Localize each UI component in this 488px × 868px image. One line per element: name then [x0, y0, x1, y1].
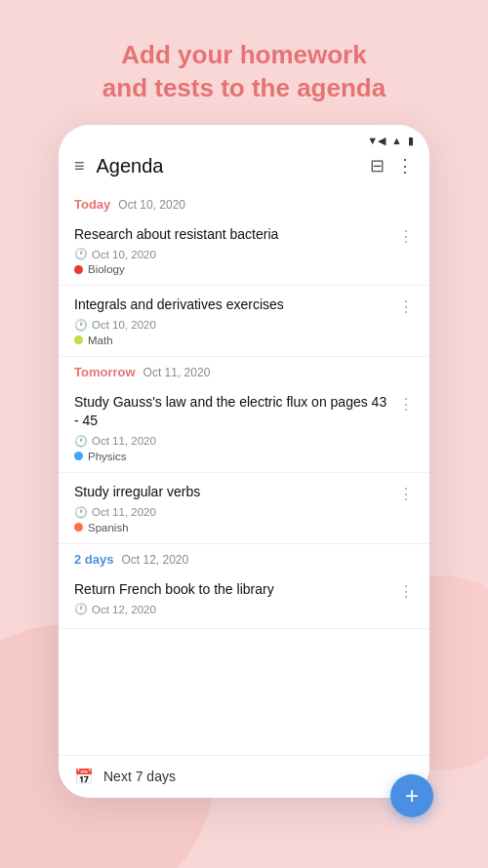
app-header-left: ≡ Agenda: [74, 155, 163, 178]
task-item: Study Gauss's law and the electric flux …: [59, 383, 429, 473]
subject-dot: [74, 452, 83, 460]
clock-icon: 🕐: [74, 248, 88, 260]
task-content: Return French book to the library 🕐 Oct …: [74, 580, 398, 619]
task-more-icon[interactable]: ⋮: [398, 582, 414, 601]
clock-icon: 🕐: [74, 603, 88, 615]
section-2days-label: 2 days: [74, 552, 113, 567]
page-header: Add your homework and tests to the agend…: [73, 0, 415, 125]
task-item: Research about resistant bacteria 🕐 Oct …: [59, 216, 429, 287]
menu-icon[interactable]: ≡: [74, 156, 85, 177]
task-item: Integrals and derivatives exercises 🕐 Oc…: [59, 286, 429, 357]
subject-dot: [74, 523, 83, 532]
task-title: Study Gauss's law and the electric flux …: [74, 393, 390, 431]
more-options-icon[interactable]: ⋮: [396, 155, 414, 177]
task-subject: Spanish: [74, 522, 390, 533]
section-tomorrow-label: Tomorrow: [74, 365, 136, 379]
task-subject: Physics: [74, 451, 390, 462]
task-date: 🕐 Oct 11, 2020: [74, 506, 390, 519]
task-date: 🕐 Oct 11, 2020: [74, 435, 390, 448]
app-title: Agenda: [97, 155, 164, 178]
calendar-icon: 📅: [74, 768, 94, 786]
section-2days-header: 2 days Oct 12, 2020: [59, 544, 429, 571]
section-today-date: Oct 10, 2020: [118, 198, 185, 212]
content-area: Today Oct 10, 2020 Research about resist…: [59, 189, 429, 755]
section-2days-date: Oct 12, 2020: [121, 553, 188, 567]
task-content: Study irregular verbs 🕐 Oct 11, 2020 Spa…: [74, 483, 398, 533]
subject-dot: [74, 265, 83, 274]
add-task-fab[interactable]: +: [390, 774, 433, 817]
header-line2-prefix: and tests to the: [102, 73, 297, 102]
task-date: 🕐 Oct 12, 2020: [74, 603, 390, 615]
section-today-label: Today: [74, 197, 110, 212]
status-bar: ▼◀ ▲ ▮: [59, 125, 429, 147]
task-title: Study irregular verbs: [74, 483, 390, 502]
section-tomorrow-date: Oct 11, 2020: [143, 366, 211, 379]
app-header-right: ⊟ ⋮: [370, 155, 414, 177]
task-content: Study Gauss's law and the electric flux …: [74, 393, 398, 462]
subject-dot: [74, 335, 83, 344]
bottom-bar-text: Next 7 days: [103, 769, 397, 784]
section-tomorrow-header: Tomorrow Oct 11, 2020: [59, 357, 429, 383]
task-subject: Math: [74, 335, 390, 346]
battery-icon: ▮: [408, 135, 414, 147]
task-more-icon[interactable]: ⋮: [398, 227, 414, 246]
task-more-icon[interactable]: ⋮: [398, 485, 414, 503]
header-highlight: agenda: [297, 73, 386, 102]
phone-frame: ▼◀ ▲ ▮ ≡ Agenda ⊟ ⋮ Today Oct 10, 2020 R…: [59, 125, 429, 798]
task-content: Integrals and derivatives exercises 🕐 Oc…: [74, 296, 398, 346]
task-title: Research about resistant bacteria: [74, 225, 390, 245]
bottom-bar: 📅 Next 7 days ▾: [59, 755, 429, 798]
filter-icon[interactable]: ⊟: [370, 155, 385, 177]
task-date: 🕐 Oct 10, 2020: [74, 248, 390, 260]
clock-icon: 🕐: [74, 506, 88, 519]
section-today-header: Today Oct 10, 2020: [59, 189, 429, 216]
task-more-icon[interactable]: ⋮: [398, 395, 414, 414]
task-item: Return French book to the library 🕐 Oct …: [59, 571, 429, 630]
clock-icon: 🕐: [74, 319, 88, 332]
task-more-icon[interactable]: ⋮: [398, 297, 414, 316]
task-title: Return French book to the library: [74, 580, 390, 600]
task-subject: Biology: [74, 263, 390, 275]
signal-icon: ▲: [391, 135, 402, 146]
task-date: 🕐 Oct 10, 2020: [74, 319, 390, 332]
task-title: Integrals and derivatives exercises: [74, 296, 390, 315]
task-content: Research about resistant bacteria 🕐 Oct …: [74, 225, 398, 276]
header-line1: Add your homework: [121, 40, 366, 69]
app-header: ≡ Agenda ⊟ ⋮: [59, 147, 429, 189]
clock-icon: 🕐: [74, 435, 88, 448]
task-item: Study irregular verbs 🕐 Oct 11, 2020 Spa…: [59, 473, 429, 544]
wifi-icon: ▼◀: [367, 135, 386, 147]
